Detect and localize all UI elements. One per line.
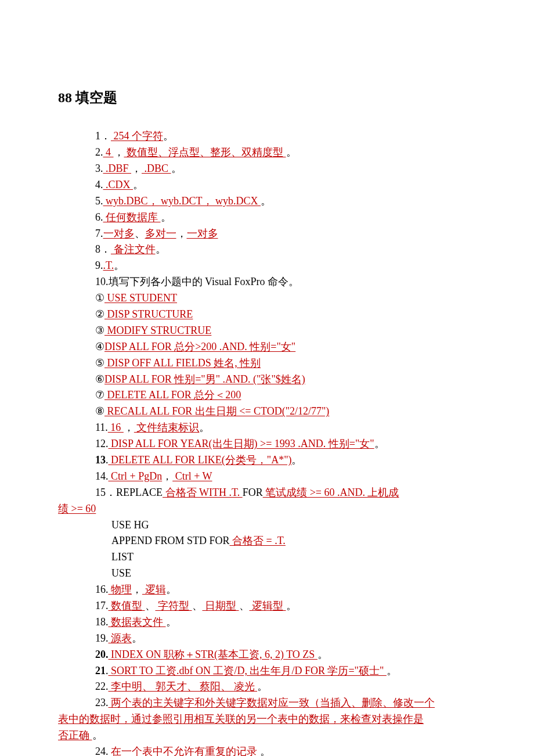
item-5: 5. wyb.DBC， wyb.DCT， wyb.DCX 。: [95, 193, 476, 210]
item-10-3: ③ MODIFY STRUCTRUE: [95, 323, 476, 339]
item-10: 10.填写下列各小题中的 Visual FoxPro 命令。: [95, 274, 476, 290]
item-3: 3. .DBF ， .DBC 。: [95, 161, 476, 177]
item-12: 12. DISP ALL FOR YEAR(出生日期) >= 1993 .AND…: [95, 436, 476, 452]
item-22: 22. 李中明、 郭天才、 蔡阳、 凌光 。: [95, 679, 476, 695]
page-title: 88 填空题: [58, 87, 476, 109]
item-23: 23. 两个表的主关键字和外关键字数据对应一致（当插入、删除、修改一个: [95, 695, 476, 711]
item-1: 1． 254 个字符。: [95, 128, 476, 145]
item-10-1: ① USE STUDENT: [95, 290, 476, 307]
item-20: 20. INDEX ON 职称＋STR(基本工资, 6, 2) TO ZS 。: [95, 647, 476, 663]
item-16: 16. 物理， 逻辑。: [95, 582, 476, 598]
question-list: 1． 254 个字符。 2. 4 ， 数值型、浮点型、整形、双精度型 。 3. …: [58, 128, 476, 756]
code-line: APPEND FROM STD FOR 合格否 = .T.: [111, 533, 476, 549]
item-23-cont2: 否正确 。: [58, 728, 476, 744]
item-8: 8． 备注文件。: [95, 242, 476, 258]
item-21: 21. SORT TO 工资.dbf ON 工资/D, 出生年月/D FOR 学…: [95, 663, 476, 679]
item-23-cont: 表中的数据时，通过参照引用相互关联的另一个表中的数据，来检查对表操作是: [58, 711, 476, 728]
item-13: 13. DELETE ALL FOR LIKE(分类号，"A*")。: [95, 452, 476, 469]
code-line: LIST: [111, 549, 476, 566]
item-24: 24. 在一个表中不允许有重复的记录 。: [95, 744, 476, 756]
item-7: 7.一对多、多对一，一对多: [95, 226, 476, 242]
item-15-cont: 绩 >= 60: [58, 501, 476, 517]
item-10-7: ⑦ DELETE ALL FOR 总分＜200: [95, 387, 476, 404]
item-15: 15．REPLACE 合格否 WITH .T. FOR 笔试成绩 >= 60 .…: [95, 485, 476, 501]
item-2: 2. 4 ， 数值型、浮点型、整形、双精度型 。: [95, 145, 476, 161]
item-15-code: USE HG APPEND FROM STD FOR 合格否 = .T. LIS…: [95, 517, 476, 582]
item-6: 6. 任何数据库 。: [95, 210, 476, 226]
code-line: USE: [111, 566, 476, 582]
item-10-5: ⑤ DISP OFF ALL FIELDS 姓名, 性别: [95, 355, 476, 372]
item-10-6: ⑥DISP ALL FOR 性别="男" .AND. ("张"$姓名): [95, 372, 476, 388]
code-line: USE HG: [111, 517, 476, 534]
item-10-4: ④DISP ALL FOR 总分>200 .AND. 性别="女": [95, 339, 476, 355]
item-10-2: ② DISP STRUCTURE: [95, 307, 476, 323]
item-14: 14. Ctrl + PgDn， Ctrl + W: [95, 469, 476, 485]
item-10-8: ⑧ RECALL ALL FOR 出生日期 <= CTOD("2/12/77"): [95, 404, 476, 420]
item-11: 11. 16 ， 文件结束标识。: [95, 420, 476, 436]
item-9: 9..T.。: [95, 258, 476, 274]
item-18: 18. 数据表文件 。: [95, 614, 476, 631]
item-19: 19. 源表。: [95, 631, 476, 647]
item-17: 17. 数值型 、 字符型 、 日期型 、 逻辑型 。: [95, 598, 476, 614]
item-4: 4. .CDX 。: [95, 177, 476, 193]
